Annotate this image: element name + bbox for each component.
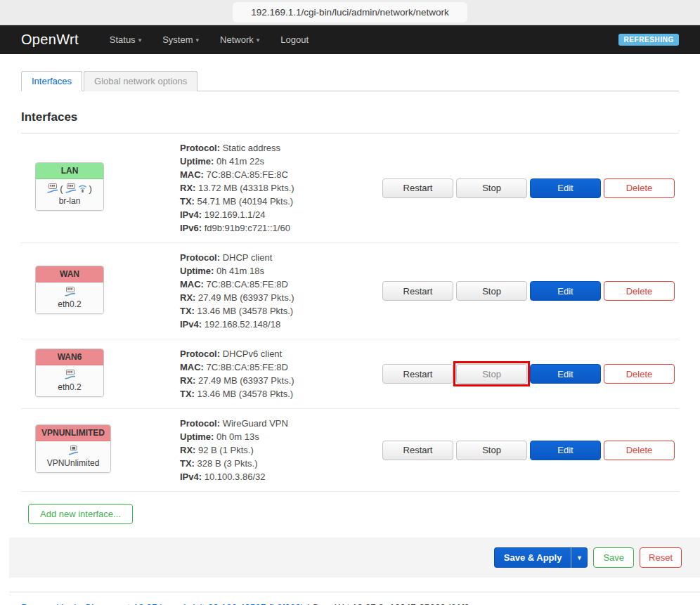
tab-interfaces[interactable]: Interfaces (21, 71, 82, 91)
delete-button[interactable]: Delete (604, 364, 675, 384)
url-input[interactable] (233, 2, 467, 22)
add-new-interface-button[interactable]: Add new interface... (28, 504, 133, 524)
detail-label: RX: (180, 292, 195, 303)
detail-line: TX: 13.46 MB (34578 Pkts.) (180, 304, 377, 318)
nav-item-status[interactable]: Status▾ (110, 34, 141, 45)
edit-button[interactable]: Edit (530, 178, 601, 198)
restart-button[interactable]: Restart (382, 364, 453, 384)
delete-button[interactable]: Delete (604, 441, 675, 460)
detail-label: RX: (180, 183, 195, 193)
detail-line: TX: 328 B (3 Pkts.) (180, 457, 377, 470)
detail-value: DHCPv6 client (223, 349, 283, 359)
restart-button[interactable]: Restart (382, 441, 453, 460)
detail-line: MAC: 7C:8B:CA:85:FE:8D (180, 360, 377, 374)
stop-button[interactable]: Stop (456, 178, 527, 198)
detail-label: Protocol: (180, 349, 220, 359)
bridge-paren: ) (89, 183, 92, 194)
edit-button[interactable]: Edit (530, 364, 601, 384)
chevron-down-icon: ▾ (196, 37, 200, 44)
navbar: OpenWrt Status▾ System▾ Network▾ Logout … (0, 25, 700, 54)
restart-button[interactable]: Restart (382, 178, 453, 198)
detail-label: MAC: (180, 362, 204, 372)
edit-button[interactable]: Edit (530, 441, 601, 460)
detail-label: MAC: (180, 169, 204, 180)
detail-line: IPv4: 192.169.1.1/24 (180, 208, 377, 221)
detail-value: DHCP client (223, 252, 273, 263)
interface-card: WAN6 eth0.2 (35, 349, 104, 397)
detail-line: IPv6: fd9b:91b9:c721::1/60 (180, 221, 377, 235)
detail-label: Protocol: (180, 418, 220, 429)
detail-line: Protocol: WireGuard VPN (180, 417, 377, 430)
detail-line: Uptime: 0h 41m 22s (180, 155, 377, 168)
browser-address-bar (0, 0, 700, 25)
detail-label: IPv4: (180, 209, 202, 220)
interface-name: WAN6 (36, 349, 103, 365)
chevron-down-icon: ▾ (257, 37, 260, 44)
save-button[interactable]: Save (593, 547, 634, 568)
delete-button[interactable]: Delete (604, 281, 675, 301)
luci-branch-link[interactable]: Powered by LuCI openwrt-19.07 branch (gi… (21, 602, 304, 605)
interface-details: Protocol: Static addressUptime: 0h 41m 2… (180, 141, 382, 235)
detail-label: MAC: (180, 279, 204, 290)
openwrt-brand[interactable]: OpenWrt (21, 32, 79, 48)
ethernet-icon (65, 183, 77, 193)
save-apply-button[interactable]: Save & Apply (494, 547, 571, 568)
detail-line: Uptime: 0h 0m 13s (180, 430, 377, 443)
save-apply-dropdown-button[interactable]: ▼ (571, 547, 588, 568)
detail-line: Protocol: DHCPv6 client (180, 347, 377, 360)
interface-card: WAN eth0.2 (35, 266, 104, 314)
detail-value: 7C:8B:CA:85:FE:8D (207, 279, 288, 290)
interface-row: WAN eth0.2 Protocol: DHCP clientUptime: … (21, 243, 679, 339)
interface-name: WAN (36, 266, 103, 282)
tab-global-network-options[interactable]: Global network options (84, 71, 197, 91)
save-apply-split-button: Save & Apply ▼ (494, 547, 588, 568)
interface-details: Protocol: DHCPv6 clientMAC: 7C:8B:CA:85:… (180, 347, 382, 401)
ethernet-icon (64, 370, 76, 379)
reset-button[interactable]: Reset (640, 547, 682, 568)
detail-value: 54.71 MB (40194 Pkts.) (197, 196, 294, 207)
detail-line: IPv4: 10.100.3.86/32 (180, 470, 377, 483)
tunnel-icon (68, 445, 79, 455)
restart-button[interactable]: Restart (382, 281, 453, 301)
ethernet-icon (46, 183, 58, 193)
detail-value: 192.169.1.1/24 (205, 209, 266, 220)
interface-device: VPNUnlimited (41, 458, 105, 468)
delete-button[interactable]: Delete (604, 178, 675, 198)
chevron-down-icon: ▾ (138, 37, 142, 44)
nav-item-logout[interactable]: Logout (280, 34, 309, 45)
detail-line: Uptime: 0h 41m 18s (180, 264, 377, 278)
interface-details: Protocol: DHCP clientUptime: 0h 41m 18sM… (180, 251, 382, 331)
detail-value: Static address (223, 143, 280, 153)
interface-card: LAN () br-lan (35, 162, 104, 211)
detail-line: Protocol: Static address (180, 141, 377, 155)
interface-row: LAN () br-lan Protocol: Static addressUp… (21, 134, 679, 243)
stop-button[interactable]: Stop (456, 364, 527, 384)
refreshing-badge: REFRESHING (618, 34, 679, 46)
detail-label: TX: (180, 196, 195, 207)
interface-icons: () (41, 183, 98, 194)
interface-card: VPNUNLIMITED VPNUnlimited (35, 424, 111, 473)
nav-item-system[interactable]: System▾ (162, 34, 199, 45)
footer: Powered by LuCI openwrt-19.07 branch (gi… (0, 592, 700, 605)
nav-item-network[interactable]: Network▾ (220, 34, 259, 45)
detail-value: 27.49 MB (63937 Pkts.) (198, 375, 294, 386)
stop-button[interactable]: Stop (456, 441, 527, 460)
detail-value: 7C:8B:CA:85:FE:8C (207, 169, 288, 180)
stop-button[interactable]: Stop (456, 281, 527, 301)
bridge-paren: ( (60, 183, 63, 194)
detail-line: IPv4: 192.168.52.148/18 (180, 318, 377, 331)
detail-label: TX: (180, 458, 195, 469)
detail-label: IPv4: (180, 319, 202, 330)
detail-line: RX: 27.49 MB (63937 Pkts.) (180, 374, 377, 387)
edit-button[interactable]: Edit (530, 281, 601, 301)
interface-name: VPNUNLIMITED (36, 425, 110, 441)
tab-strip: Interfaces Global network options (21, 71, 679, 91)
interface-icons (41, 369, 98, 380)
detail-value: 27.49 MB (63937 Pkts.) (198, 292, 294, 303)
detail-line: MAC: 7C:8B:CA:85:FE:8D (180, 278, 377, 291)
ethernet-icon (64, 287, 76, 297)
interface-list: LAN () br-lan Protocol: Static addressUp… (21, 134, 679, 492)
detail-line: MAC: 7C:8B:CA:85:FE:8C (180, 168, 377, 181)
interface-device: eth0.2 (41, 299, 98, 309)
interface-icons (41, 286, 98, 297)
